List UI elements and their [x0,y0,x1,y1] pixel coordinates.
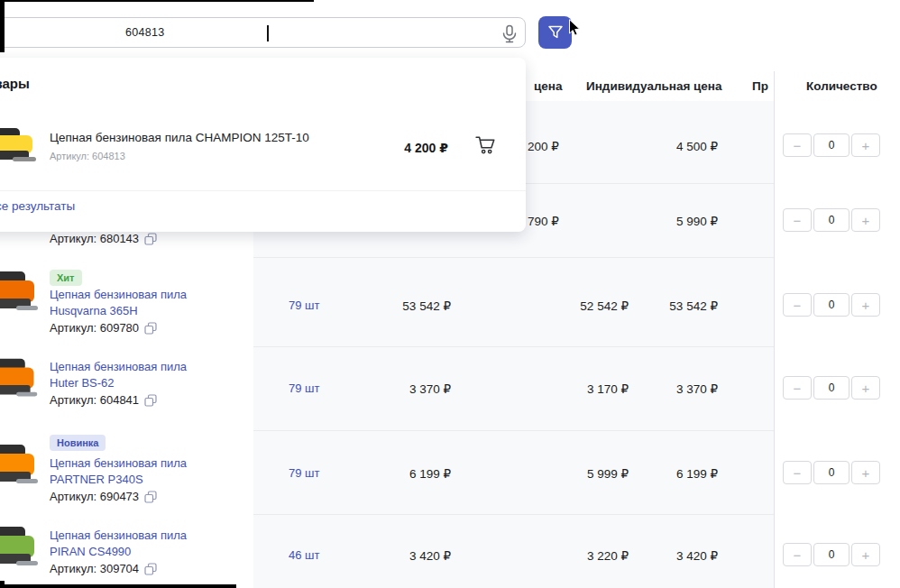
sku-row: Артикул: 690473 [50,490,157,503]
retail-price-value: 5 999 ₽ [529,466,629,481]
individual-price-value: 6 199 ₽ [619,466,718,481]
stock-link[interactable]: 79 шт [289,381,319,395]
sku-row: Артикул: 604841 [50,393,157,407]
quantity-input[interactable]: 0 [813,293,849,317]
individual-price-value: 53 542 ₽ [619,299,718,313]
product-title-line2: PIRAN CS4990 [50,544,187,560]
sku-row: Артикул: 680143 [50,232,157,245]
product-thumbnail[interactable] [0,355,38,409]
quantity-stepper: − 0 + [783,376,880,400]
suggestions-divider [0,190,526,191]
sku-row: Артикул: 309704 [50,562,157,575]
copy-sku-icon[interactable] [144,322,157,335]
quantity-decrease-button[interactable]: − [783,293,812,317]
screen-edge-artifact [0,0,5,52]
product-title-line1: Цепная бензиновая пила [50,287,187,303]
hit-badge: Хит [50,270,82,286]
product-title-line2: Husqvarna 365H [50,303,187,319]
row-divider [253,514,774,515]
search-value: 604813 [125,26,165,39]
individual-price-value: 3 370 ₽ [619,381,718,396]
sku-label: Артикул: 680143 [50,232,139,245]
all-results-link[interactable]: Все результаты [0,199,75,213]
product-title-line1: Цепная бензиновая пила [50,528,187,544]
search-suggestions-panel: Товары Цепная бензиновая пила CHAMPION 1… [0,58,526,232]
suggestion-thumbnail [0,126,38,168]
product-title-link[interactable]: Цепная бензиновая пила Husqvarna 365H [50,287,187,319]
quantity-increase-button[interactable]: + [851,543,880,566]
suggestion-title: Цепная бензиновая пила CHAMPION 125T-10 [50,131,309,144]
search-input[interactable]: 604813 [0,17,526,48]
product-title-line1: Цепная бензиновая пила [50,455,187,472]
app-window: цена Индивидуальная цена Пр Количество 2… [0,0,900,588]
sku-label: Артикул: 309704 [50,562,139,575]
quantity-column-divider [774,71,775,588]
text-caret [267,25,269,41]
quantity-increase-button[interactable]: + [851,376,880,400]
quantity-decrease-button[interactable]: − [783,376,812,400]
stock-link[interactable]: 46 шт [289,548,319,562]
new-badge: Новинка [50,435,106,451]
individual-price-value: 5 990 ₽ [619,214,718,228]
sku-label: Артикул: 690473 [50,490,139,503]
product-thumbnail[interactable] [0,268,38,324]
product-title-link[interactable]: Цепная бензиновая пила Huter BS-62 [50,359,187,391]
retail-price-value: 52 542 ₽ [529,299,629,313]
copy-sku-icon[interactable] [144,233,157,245]
sku-label: Артикул: 604841 [50,393,139,407]
price-value: 790 ₽ [528,214,559,228]
quantity-input[interactable]: 0 [813,543,849,566]
column-header-individual-price: Индивидуальная цена [586,79,722,93]
quantity-stepper: − 0 + [783,543,880,566]
product-thumbnail[interactable] [0,440,38,498]
individual-price-value: 3 420 ₽ [619,548,718,563]
quantity-increase-button[interactable]: + [851,461,880,484]
quantity-increase-button[interactable]: + [851,208,880,232]
quantity-input[interactable]: 0 [813,461,849,484]
add-to-cart-button[interactable] [474,133,498,159]
product-title-link[interactable]: Цепная бензиновая пила PIRAN CS4990 [50,528,187,560]
voice-search-button[interactable] [501,24,519,44]
product-title-link[interactable]: Цепная бензиновая пила PARTNER P340S [50,455,187,488]
copy-sku-icon[interactable] [144,394,157,407]
screen-edge-artifact [0,0,314,2]
copy-sku-icon[interactable] [144,563,157,575]
screen-edge-artifact [0,584,236,588]
row-divider [253,257,774,258]
product-title-line1: Цепная бензиновая пила [50,359,187,375]
mouse-cursor [568,19,582,38]
sku-label: Артикул: 609780 [50,321,139,335]
price-value: 3 370 ₽ [352,381,451,396]
row-divider [253,430,774,431]
suggestion-price: 4 200 ₽ [349,141,448,155]
price-value: 53 542 ₽ [352,299,451,313]
quantity-stepper: − 0 + [783,293,880,317]
quantity-decrease-button[interactable]: − [783,208,812,232]
quantity-increase-button[interactable]: + [851,293,880,317]
cart-icon [475,134,497,156]
quantity-input[interactable]: 0 [813,376,849,400]
price-value: 6 199 ₽ [352,466,451,481]
quantity-stepper: − 0 + [783,461,880,484]
quantity-increase-button[interactable]: + [851,133,880,157]
column-header-quantity: Количество [806,79,877,93]
suggestion-sku: Артикул: 604813 [50,151,125,161]
column-header-promo: Пр [752,79,768,93]
copy-sku-icon[interactable] [144,491,157,503]
individual-price-value: 4 500 ₽ [619,139,718,153]
stock-link[interactable]: 79 шт [289,299,319,312]
product-title-line2: PARTNER P340S [50,472,187,488]
retail-price-value: 3 170 ₽ [529,381,629,396]
stock-link[interactable]: 79 шт [289,466,319,480]
quantity-input[interactable]: 0 [813,133,849,157]
quantity-decrease-button[interactable]: − [783,543,812,566]
suggestions-section-title: Товары [0,76,30,91]
product-thumbnail[interactable] [0,519,38,583]
quantity-input[interactable]: 0 [813,208,849,232]
quantity-stepper: − 0 + [783,208,880,232]
microphone-icon [501,24,519,44]
quantity-decrease-button[interactable]: − [783,461,812,484]
quantity-decrease-button[interactable]: − [783,133,812,157]
filter-button[interactable] [538,16,572,49]
sku-row: Артикул: 609780 [50,321,157,335]
